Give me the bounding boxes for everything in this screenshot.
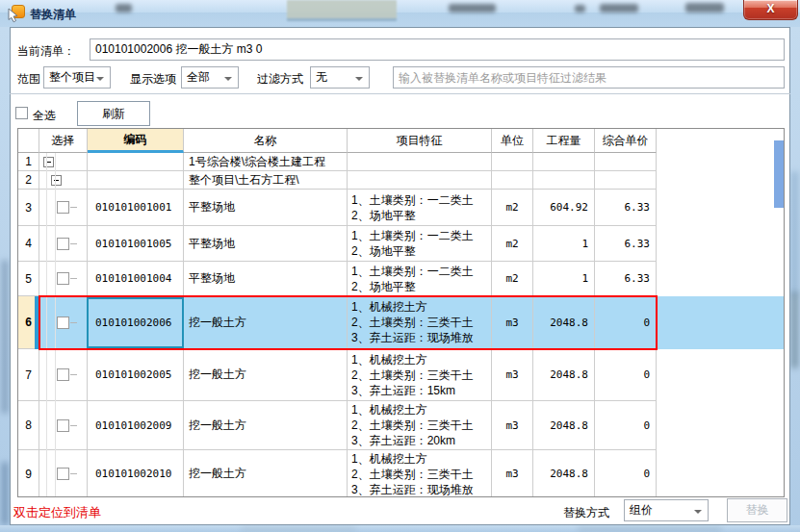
- table-row[interactable]: 3010101001001平整场地1、土壤类别：一二类土2、场地平整m2604.…: [18, 190, 784, 226]
- collapse-icon[interactable]: [43, 157, 54, 167]
- double-click-hint: 双击定位到清单: [13, 504, 101, 521]
- row-checkbox[interactable]: [57, 368, 69, 381]
- background-blur-blob: [575, 5, 585, 13]
- search-input[interactable]: [393, 66, 785, 89]
- row-number: 9: [18, 450, 39, 497]
- row-checkbox[interactable]: [57, 419, 69, 432]
- feature-line: 2、土壤类别：三类干土: [351, 315, 474, 330]
- row-checkbox[interactable]: [57, 317, 69, 329]
- row-filler: [657, 226, 784, 262]
- display-option-label: 显示选项: [130, 71, 176, 88]
- scope-label: 范围: [17, 71, 40, 88]
- row-number: 2: [18, 171, 39, 190]
- unit-cell: m3: [492, 401, 533, 450]
- row-filler: [657, 153, 784, 171]
- filter-mode-value: 无: [316, 69, 327, 86]
- unit-cell: m3: [492, 349, 533, 401]
- name-cell: 平整场地: [184, 226, 348, 262]
- feature-line: 1、土壤类别：一二类土: [351, 228, 474, 243]
- feature-line: 3、弃土运距：现场堆放: [351, 330, 474, 345]
- code-cell: 010101001005: [88, 226, 184, 262]
- table-row[interactable]: 11号综合楼\综合楼土建工程: [18, 153, 784, 171]
- unit-cell: [492, 171, 533, 190]
- row-number: 1: [18, 153, 39, 171]
- table-row[interactable]: 8010101002009挖一般土方1、机械挖土方2、土壤类别：三类干土3、弃土…: [18, 401, 784, 450]
- column-header[interactable]: 选择: [39, 129, 88, 153]
- background-window-blur: [287, 0, 397, 21]
- features-cell: 1、土壤类别：一二类土2、场地平整: [348, 226, 492, 262]
- quantity-cell: 1: [533, 226, 595, 262]
- chevron-down-icon: [96, 77, 104, 81]
- features-cell: 1、土壤类别：一二类土2、场地平整: [348, 262, 492, 296]
- quantity-cell: [533, 171, 595, 190]
- table-row[interactable]: 5010101001004平整场地1、土壤类别：一二类土2、场地平整m216.3…: [18, 262, 784, 296]
- row-number: 4: [18, 226, 39, 262]
- row-checkbox[interactable]: [57, 201, 69, 214]
- table-row[interactable]: 4010101001005平整场地1、土壤类别：一二类土2、场地平整m216.3…: [18, 226, 784, 262]
- title-bar: 替换清单 X: [0, 0, 800, 27]
- unit-price-cell: 6.33: [595, 262, 657, 296]
- row-filler: [657, 296, 784, 349]
- row-filler: [657, 190, 784, 226]
- features-cell: 1、机械挖土方2、土壤类别：三类干土3、弃土运距：现场堆放: [348, 450, 492, 497]
- column-header[interactable]: 名称: [184, 129, 348, 153]
- name-cell: 挖一般土方: [184, 349, 348, 401]
- row-checkbox[interactable]: [57, 468, 69, 480]
- quantity-cell: 604.92: [533, 190, 595, 226]
- scrollbar-thumb[interactable]: [774, 140, 785, 208]
- name-cell: 挖一般土方: [184, 296, 348, 349]
- collapse-icon[interactable]: [51, 175, 62, 186]
- select-all-checkbox[interactable]: [15, 107, 28, 119]
- feature-line: 1、土壤类别：一二类土: [351, 264, 474, 279]
- quantity-cell: 2048.8: [533, 450, 595, 497]
- scope-dropdown[interactable]: 整个项目: [43, 66, 111, 89]
- row-number: 5: [18, 262, 39, 296]
- column-header[interactable]: 项目特征: [348, 129, 492, 153]
- select-all-label: 全选: [33, 108, 56, 124]
- row-number: 3: [18, 190, 39, 226]
- current-row-indicator: [35, 296, 39, 349]
- display-option-dropdown[interactable]: 全部: [181, 66, 239, 89]
- table-row[interactable]: 2整个项目\土石方工程\: [18, 171, 784, 190]
- name-cell: 平整场地: [184, 262, 348, 296]
- tree-guide-line: [55, 153, 56, 496]
- table-row[interactable]: 9010101002010挖一般土方1、机械挖土方2、土壤类别：三类干土3、弃土…: [18, 450, 784, 497]
- unit-cell: m2: [492, 190, 533, 226]
- current-list-field[interactable]: [90, 38, 785, 61]
- replace-mode-value: 组价: [630, 502, 653, 519]
- chevron-down-icon: [355, 77, 363, 81]
- column-header[interactable]: 编码: [88, 129, 184, 153]
- close-icon[interactable]: X: [743, 0, 798, 20]
- quantity-cell: 1: [533, 262, 595, 296]
- column-header[interactable]: 综合单价: [595, 129, 657, 153]
- refresh-button[interactable]: 刷新: [77, 101, 150, 126]
- row-number: 8: [18, 401, 39, 450]
- row-checkbox[interactable]: [57, 272, 69, 285]
- quantity-cell: [533, 153, 595, 171]
- tree-guide-line: [46, 153, 47, 496]
- row-checkbox[interactable]: [57, 238, 69, 250]
- unit-price-cell: 0: [595, 450, 657, 497]
- code-cell: 010101002010: [88, 450, 184, 497]
- replace-mode-dropdown[interactable]: 组价: [624, 499, 709, 521]
- features-cell: [348, 171, 492, 190]
- window-frame-bottom: [0, 525, 800, 532]
- table-row[interactable]: 6010101002006挖一般土方1、机械挖土方2、土壤类别：三类干土3、弃土…: [18, 296, 784, 349]
- chevron-down-icon: [224, 77, 232, 81]
- column-header[interactable]: 单位: [492, 129, 533, 153]
- feature-line: 1、机械挖土方: [351, 451, 474, 467]
- unit-price-cell: [595, 153, 657, 171]
- column-header[interactable]: 工程量: [533, 129, 595, 153]
- current-list-label: 当前清单：: [17, 43, 75, 60]
- table-row[interactable]: 7010101002005挖一般土方1、机械挖土方2、土壤类别：三类干土3、弃土…: [18, 349, 784, 401]
- replace-button[interactable]: 替换: [727, 498, 787, 522]
- background-blur-blob: [449, 4, 496, 13]
- features-cell: 1、土壤类别：一二类土2、场地平整: [348, 190, 492, 226]
- table-body: 11号综合楼\综合楼土建工程2整个项目\土石方工程\3010101001001平…: [18, 153, 784, 497]
- unit-price-cell: 0: [595, 401, 657, 450]
- row-filler: [657, 171, 784, 190]
- filter-mode-dropdown[interactable]: 无: [310, 66, 370, 89]
- features-cell: [348, 153, 492, 171]
- name-cell: 挖一般土方: [184, 401, 348, 450]
- feature-line: 3、弃土运距：20km: [351, 433, 474, 448]
